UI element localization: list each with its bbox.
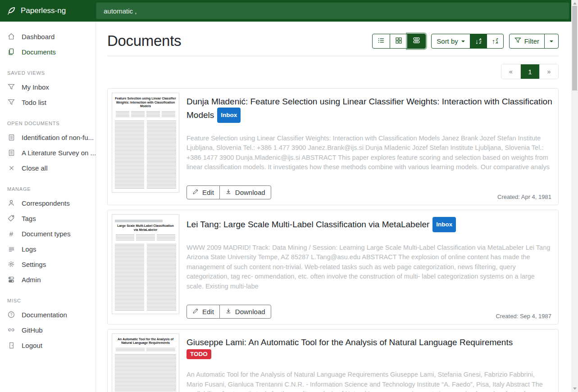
sort-by-dropdown[interactable]: Sort by: [431, 34, 470, 49]
document-title[interactable]: Dunja Mladenić: Feature Selection using …: [187, 95, 552, 123]
sidebar-item-label: Identification of non-fu...: [22, 134, 94, 141]
sort-descending-button[interactable]: ↓ AZ: [470, 34, 487, 49]
funnel-icon: [7, 83, 15, 91]
sidebar-item-label: My Inbox: [22, 83, 49, 91]
sidebar-item-my-inbox[interactable]: My Inbox: [0, 79, 96, 95]
thumbnail-text-columns: [115, 244, 176, 311]
document-title[interactable]: Giuseppe Lami: An Automatic Tool for the…: [187, 336, 552, 348]
filter-group: Filter: [509, 34, 559, 49]
sidebar-item-correspondents[interactable]: Correspondents: [0, 195, 96, 211]
download-button[interactable]: Download: [219, 185, 271, 199]
sidebar-item-documentation[interactable]: ? Documentation: [0, 307, 96, 322]
detail-view-icon: [413, 36, 420, 45]
thumbnail-title: Feature Selection using Linear Classifie…: [115, 97, 176, 108]
edit-button[interactable]: Edit: [187, 185, 220, 199]
sidebar-section-saved-views: SAVED VIEWS: [0, 59, 96, 79]
pagination-page-1[interactable]: 1: [520, 64, 539, 79]
created-date: Created: Sep 4, 1987: [496, 313, 551, 320]
view-mode-group: [372, 34, 426, 49]
person-icon: [7, 199, 15, 207]
document-card: An Automatic Tool for the Analysis of Na…: [107, 329, 559, 392]
document-card: Feature Selection using Linear Classifie…: [107, 88, 559, 205]
sidebar-section-open-documents: OPEN DOCUMENTS: [0, 110, 96, 130]
list-view-icon: [378, 37, 385, 45]
scroll-down-arrow-icon[interactable]: [573, 387, 577, 390]
sort-ascending-icon: ↑ ZA: [492, 38, 498, 45]
app-brand[interactable]: Paperless-ng: [0, 6, 96, 15]
chevron-down-icon: [461, 41, 465, 42]
view-list-button[interactable]: [372, 34, 390, 49]
sidebar-item-label: Dashboard: [22, 33, 55, 41]
scrollbar-thumb[interactable]: [572, 6, 577, 90]
top-navbar: Paperless-ng: [0, 0, 571, 22]
tag-badge-inbox[interactable]: Inbox: [217, 108, 241, 123]
scroll-up-arrow-icon[interactable]: [573, 2, 577, 5]
page-title: Documents: [107, 32, 181, 50]
sidebar-item-github[interactable]: GitHub: [0, 322, 96, 338]
tag-badge-inbox[interactable]: Inbox: [432, 217, 456, 232]
sidebar-item-open-doc-1[interactable]: Identification of non-fu...: [0, 130, 96, 145]
header-divider: [107, 56, 559, 56]
sidebar-item-tags[interactable]: Tags: [0, 211, 96, 226]
sidebar-item-documents[interactable]: Documents: [0, 44, 96, 59]
funnel-icon: [514, 37, 521, 45]
document-title[interactable]: Lei Tang: Large Scale Multi-Label Classi…: [187, 217, 552, 232]
document-thumbnail[interactable]: Large Scale Multi-Label Classification v…: [112, 214, 179, 314]
document-card-body: Dunja Mladenić: Feature Selection using …: [187, 93, 554, 201]
pencil-icon: [192, 308, 199, 315]
edit-button[interactable]: Edit: [187, 305, 220, 319]
sidebar-section-misc: MISC: [0, 287, 96, 307]
sidebar-item-label: Correspondents: [22, 199, 70, 207]
sidebar-item-label: Document types: [22, 230, 70, 238]
document-excerpt: Feature Selection using Linear Classifie…: [187, 134, 552, 172]
sidebar-item-open-doc-2[interactable]: A Literature Survey on ...: [0, 145, 96, 160]
door-icon: [7, 341, 15, 349]
toolbar: Sort by ↓ AZ ↑ ZA: [372, 34, 559, 49]
sidebar-item-label: Admin: [22, 276, 41, 284]
sort-ascending-button[interactable]: ↑ ZA: [487, 34, 504, 49]
sidebar-item-label: A Literature Survey on ...: [22, 149, 96, 157]
search-input[interactable]: [96, 2, 569, 19]
sidebar-item-dashboard[interactable]: Dashboard: [0, 29, 96, 44]
sidebar: Dashboard Documents SAVED VIEWS My Inbox…: [0, 22, 96, 392]
thumbnail-authors: [116, 348, 175, 351]
download-button[interactable]: Download: [219, 305, 271, 319]
filter-button[interactable]: Filter: [509, 34, 545, 49]
view-grid-button[interactable]: [390, 34, 408, 49]
sidebar-item-document-types[interactable]: # Document types: [0, 226, 96, 241]
document-thumbnail[interactable]: An Automatic Tool for the Analysis of Na…: [112, 333, 179, 392]
document-card-body: Giuseppe Lami: An Automatic Tool for the…: [187, 333, 554, 392]
thumbnail-authors: [116, 111, 175, 118]
sidebar-item-label: Documents: [22, 48, 56, 56]
edit-label: Edit: [202, 189, 214, 196]
sidebar-item-logs[interactable]: Logs: [0, 241, 96, 257]
pagination-prev-button[interactable]: «: [501, 64, 520, 79]
edit-label: Edit: [202, 308, 214, 315]
view-details-button[interactable]: [407, 34, 426, 49]
sidebar-item-logout[interactable]: Logout: [0, 338, 96, 353]
scrollbar[interactable]: [571, 0, 578, 392]
pagination: « 1 »: [501, 64, 559, 79]
tag-badge-todo[interactable]: TODO: [187, 349, 211, 359]
document-card-body: Lei Tang: Large Scale Multi-Label Classi…: [187, 214, 554, 320]
file-text-icon: [7, 149, 15, 157]
tag-icon: [7, 214, 15, 222]
sidebar-item-label: Close all: [22, 164, 48, 172]
pagination-next-button[interactable]: »: [539, 64, 558, 79]
chevron-down-icon: [550, 41, 553, 42]
sidebar-item-settings[interactable]: Settings: [0, 257, 96, 272]
link-icon: [7, 326, 15, 334]
filter-dropdown-toggle[interactable]: [544, 34, 559, 49]
sidebar-item-label: Todo list: [22, 99, 46, 106]
sidebar-item-admin[interactable]: Admin: [0, 272, 96, 287]
document-thumbnail[interactable]: Feature Selection using Linear Classifie…: [112, 93, 179, 193]
sidebar-item-close-all[interactable]: Close all: [0, 160, 96, 176]
leaf-logo-icon: [7, 6, 16, 15]
download-label: Download: [235, 189, 265, 196]
sidebar-item-todo-list[interactable]: Todo list: [0, 95, 96, 110]
thumbnail-authors: [116, 234, 175, 241]
funnel-icon: [7, 98, 15, 106]
thumbnail-title: Large Scale Multi-Label Classification v…: [115, 224, 176, 232]
download-label: Download: [235, 308, 265, 315]
download-icon: [225, 189, 232, 196]
